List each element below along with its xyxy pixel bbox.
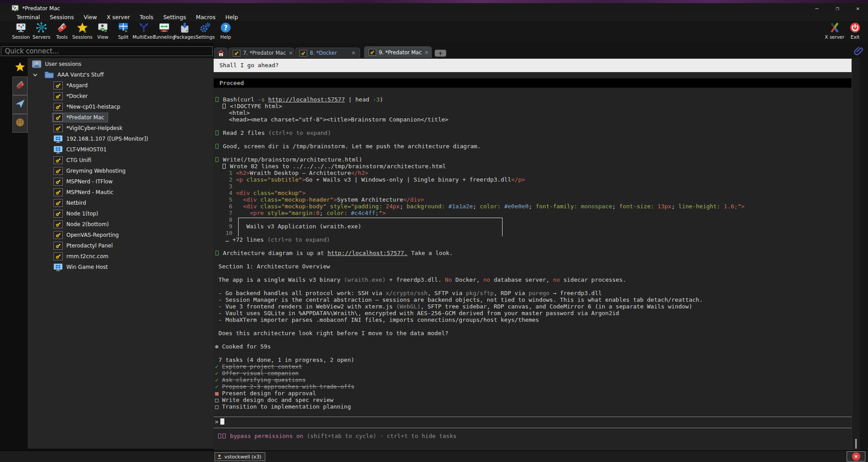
sidebar-item-rmm-t2cnc-com[interactable]: rmm.t2cnc.com [28, 251, 214, 262]
window-title: *Predator Mac [22, 5, 60, 12]
tab-close-icon[interactable]: × [288, 50, 293, 56]
attachments-paperclip-icon[interactable] [854, 46, 864, 57]
sidebar-item-win-game-host[interactable]: Win Game Host [28, 262, 214, 272]
terminal-output-line: 8 [215, 216, 849, 223]
user-icon [217, 454, 222, 459]
menu-terminal[interactable]: Terminal [12, 14, 45, 20]
toolbar-settings-button[interactable]: Settings [195, 21, 215, 42]
terminal-output-line: ✓ Propose 2-3 approaches with trade-offs [215, 383, 849, 390]
sidebar-item-mspnerd-itflow[interactable]: MSPNerd - ITFlow [28, 176, 214, 187]
session-label: Greyming Webhosting [66, 168, 126, 174]
sidebar-item-netbird[interactable]: Netbird [28, 198, 214, 208]
maximize-button[interactable]: ❐ [827, 3, 848, 13]
sidebar-item-ctg-unifi[interactable]: CTG Unifi [28, 155, 214, 166]
toolbar-tools-button[interactable]: Tools [52, 21, 72, 42]
sidebar-item-predator-mac[interactable]: *Predator Mac [28, 112, 214, 123]
sidebar-item-new-cp01-heistacp[interactable]: *New-cp01-heistacp [28, 101, 214, 112]
menu-x-server[interactable]: X server [102, 14, 135, 20]
session-label: *Docker [66, 93, 88, 99]
menu-view[interactable]: View [79, 14, 102, 20]
terminal-output-line: - Go backend handles all protocol work: … [215, 290, 849, 296]
terminal-output-line: Read 2 files (ctrl+o to expand) [215, 130, 849, 136]
prompt-input-line[interactable]: > [215, 418, 224, 426]
sidebar-item-aaa-vantz-s-stuff[interactable]: AAA Vantz's Stuff [28, 69, 214, 80]
tab-home[interactable] [214, 48, 227, 58]
rail-macros-view-button[interactable] [12, 95, 28, 114]
toolbar-packages-button[interactable]: Packages [174, 21, 195, 42]
session-tree: User sessionsAAA Vantz's Stuff*Asgard*Do… [28, 58, 214, 449]
sidebar-item-192-168-1-107-ups-monitor[interactable]: 192.168.1.107 ([UPS-Monitor]) [28, 134, 214, 144]
status-close-button[interactable]: × [847, 451, 865, 462]
menu-macros[interactable]: Macros [191, 14, 220, 20]
tab-close-icon[interactable]: × [424, 49, 429, 56]
sidebar-item-node-1-top[interactable]: Node 1(top) [28, 208, 214, 219]
sidebar-item-node-2-bottom[interactable]: Node 2(bottom) [28, 219, 214, 230]
home-icon [218, 50, 224, 57]
key-icon [53, 199, 63, 207]
connected-user-chip[interactable]: vstockwell (x3) [215, 452, 265, 461]
sidebar-item-mspnerd-mautic[interactable]: MSPNerd - Mautic [28, 187, 214, 198]
sidebar-item-pterodactyl-panel[interactable]: Pterodactyl Panel [28, 240, 214, 251]
terminal-output-line: 5 <div class="mockup-header">System Arch… [215, 196, 849, 203]
tab-9-predator-mac[interactable]: 9. *Predator Mac× [364, 46, 432, 58]
terminal[interactable]: Shall I go ahead? Proceed Bash(curl -s h… [214, 58, 860, 450]
terminal-output-line: □ Transition to implementation planning [215, 403, 849, 410]
chevron-down-icon[interactable] [32, 72, 38, 78]
new-tab-button[interactable]: + [434, 49, 446, 57]
rail-network-view-button[interactable] [12, 114, 28, 133]
sidebar-item-docker[interactable]: *Docker [28, 91, 214, 101]
terminal-output-line: Write(/tmp/brainstorm/architecture.html) [215, 156, 849, 163]
scrollbar-thumb[interactable] [855, 439, 857, 449]
user-sessions-icon [32, 60, 41, 69]
toolbar-help-button[interactable]: ?Help [215, 21, 236, 42]
menu-help[interactable]: Help [220, 14, 243, 20]
terminal-output-line: <html> [215, 109, 849, 116]
toolbar-label: Servers [32, 34, 50, 40]
rail-tools-view-button[interactable] [12, 77, 28, 95]
terminal-output-line [215, 270, 849, 276]
sidebar-item-user-sessions[interactable]: User sessions [28, 59, 214, 69]
sidebar-item-greyming-webhosting[interactable]: Greyming Webhosting [28, 166, 214, 176]
titlebar: *Predator Mac – ❐ ✕ [0, 3, 868, 13]
tab-close-icon[interactable]: × [351, 50, 356, 56]
tab-label: 9. *Predator Mac [379, 49, 422, 56]
quick-connect-input[interactable]: Quick connect... [1, 46, 213, 56]
sidebar-item-clt-vmhost01[interactable]: CLT-VMHOST01 [28, 144, 214, 155]
menu-tools[interactable]: Tools [135, 14, 158, 20]
session-label: MSPNerd - ITFlow [66, 178, 113, 185]
toolbar-exit-button[interactable]: Exit [845, 21, 865, 42]
sidebar-rail [12, 59, 28, 133]
sidebar-item-asgard[interactable]: *Asgard [28, 80, 214, 91]
menu-sessions[interactable]: Sessions [45, 14, 79, 20]
rail-sessions-view-button[interactable] [12, 59, 28, 77]
star-icon [15, 61, 25, 74]
minimize-button[interactable]: – [807, 3, 827, 13]
terminal-output-line: 6 <div class="mockup-body" style="paddin… [215, 203, 849, 210]
toolbar-label: Exit [851, 34, 860, 40]
menu-settings[interactable]: Settings [158, 14, 191, 20]
toolbar-split-button[interactable]: Split [113, 21, 134, 42]
toolbar-label: Packages [174, 34, 196, 40]
toolbar-x-server-button[interactable]: X server [824, 21, 845, 42]
toolbar-view-button[interactable]: View [93, 21, 113, 42]
proceed-option[interactable]: Proceed [214, 78, 852, 88]
terminal-output-line: - Vue 3 frontend renders in WebView2 wit… [215, 303, 849, 310]
terminal-output: Bash(curl -s http://localhost:57577 | he… [215, 96, 849, 410]
sidebar-item-vigilcyber-helpdesk[interactable]: *VigilCyber-Helpdesk [28, 123, 214, 134]
tab-8-docker[interactable]: 8. *Docker× [295, 48, 360, 58]
key-icon [369, 49, 376, 56]
terminal-output-line [215, 123, 849, 130]
tab-7-predator-mac[interactable]: 7. *Predator Mac× [228, 48, 294, 58]
close-button[interactable]: ✕ [848, 3, 868, 13]
key-icon [53, 220, 63, 228]
key-icon [53, 242, 63, 250]
key-icon [53, 81, 63, 89]
toolbar-session-button[interactable]: Session [11, 21, 31, 42]
toolbar-tunneling-button[interactable]: Tunneling [154, 21, 174, 42]
toolbar-multiexec-button[interactable]: MultiExec [134, 21, 154, 42]
terminal-output-line: 1 <h2>Wraith Desktop — Architecture</h2> [215, 170, 849, 176]
toolbar-servers-button[interactable]: Servers [31, 21, 52, 42]
toolbar-sessions-button[interactable]: Sessions [72, 21, 93, 42]
sidebar-item-openvas-reporting[interactable]: OpenVAS-Reporting [28, 230, 214, 240]
key-icon [53, 167, 63, 175]
